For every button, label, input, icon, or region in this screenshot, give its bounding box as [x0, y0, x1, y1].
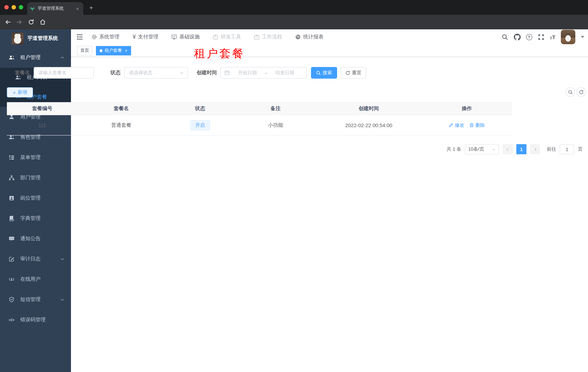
tree-list-icon — [9, 155, 14, 160]
top-menu-label: 研发工具 — [221, 34, 241, 40]
edit-pencil-icon — [449, 123, 453, 128]
cell-actions: 修改 删除 — [422, 122, 512, 128]
reload-icon[interactable] — [28, 19, 34, 25]
sidebar: 芋道管理系统 租户管理 租户列表 — [0, 29, 71, 372]
search-button[interactable]: 搜索 — [311, 67, 337, 79]
navbar-right-tools: ? TT — [501, 29, 584, 44]
tab-close-icon[interactable]: × — [74, 6, 80, 11]
sidebar-item-sms-management[interactable]: 短信管理 — [0, 289, 71, 310]
sidebar-item-tenant-management[interactable]: 租户管理 — [0, 47, 71, 68]
sidebar-item-label: 审计日志 — [20, 256, 41, 262]
users-icon — [9, 55, 14, 61]
current-page-button[interactable]: 1 — [516, 144, 526, 154]
top-menu-system[interactable]: 系统管理 — [91, 34, 119, 40]
table-row[interactable]: 111 普通套餐 开启 小功能 2022-02-22 00:54:00 修改 — [7, 115, 512, 136]
search-icon[interactable] — [501, 33, 508, 40]
home-icon[interactable] — [40, 19, 46, 25]
sidebar-item-post-management[interactable]: 岗位管理 — [0, 188, 71, 208]
avatar-caret-icon[interactable] — [581, 36, 584, 38]
refresh-icon — [579, 90, 583, 94]
top-menu-dev-tools[interactable]: 研发工具 — [213, 34, 241, 40]
new-tab-button[interactable]: + — [87, 4, 95, 11]
reset-button[interactable]: 重置 — [341, 67, 366, 79]
sidebar-item-audit-log[interactable]: 审计日志 — [0, 249, 71, 269]
sidebar-item-error-code[interactable]: </> 错误码管理 — [0, 310, 71, 330]
chevron-down-icon — [492, 147, 496, 151]
sidebar-item-label: 短信管理 — [20, 296, 41, 303]
dictionary-icon — [9, 215, 14, 221]
table-refresh-button[interactable] — [577, 87, 586, 97]
calendar-icon — [224, 70, 230, 75]
sidebar-item-label: 租户管理 — [20, 54, 41, 61]
sidebar-item-label: 部门管理 — [20, 175, 41, 181]
sidebar-item-dict-management[interactable]: 字典管理 — [0, 208, 71, 229]
github-icon[interactable] — [514, 33, 520, 40]
sidebar-item-label: 岗位管理 — [20, 195, 41, 202]
sidebar-item-dept-management[interactable]: 部门管理 — [0, 168, 71, 188]
fullscreen-icon[interactable] — [537, 33, 544, 40]
tag-tenant-package[interactable]: 租户套餐 × — [96, 46, 131, 55]
app-root: 芋道管理系统 租户管理 租户列表 — [0, 29, 588, 372]
col-header-name: 套餐名 — [78, 106, 165, 112]
user-avatar[interactable] — [561, 30, 575, 44]
top-menu-infrastructure[interactable]: 基础设施 — [171, 34, 200, 40]
top-menu-label: 基础设施 — [179, 34, 200, 40]
code-icon: </> — [9, 317, 14, 323]
col-header-id: 套餐编号 — [7, 106, 78, 112]
macos-zoom-button[interactable] — [19, 5, 23, 10]
chevron-down-icon — [60, 257, 64, 261]
sidebar-item-online-users[interactable]: 在线用户 — [0, 269, 71, 289]
prev-page-button[interactable] — [503, 144, 513, 154]
tags-view-bar: 首页 租户套餐 × — [71, 44, 588, 57]
date-range-picker[interactable]: 开始日期 - 结束日期 — [220, 67, 307, 79]
text-size-icon[interactable]: TT — [550, 34, 556, 40]
tag-home[interactable]: 首页 — [77, 46, 92, 55]
app-logo-rabbit — [11, 32, 23, 44]
browser-tab[interactable]: 芋道管理系统 × — [27, 2, 83, 15]
table-header-row: 套餐编号 套餐名 状态 备注 创建时间 操作 — [7, 102, 512, 115]
table-search-toggle-button[interactable] — [566, 87, 575, 97]
macos-close-button[interactable] — [4, 5, 9, 10]
delete-link[interactable]: 删除 — [469, 122, 485, 128]
top-menu-workflow[interactable]: 工作流程 — [254, 34, 282, 40]
top-menu-payment[interactable]: ¥ 支付管理 — [133, 33, 158, 41]
sidebar-fold-icon[interactable] — [76, 33, 83, 41]
search-icon — [316, 70, 321, 75]
browser-toolbar: 127.0.0.1:48080/admin-ui/system/tenant/p… — [0, 15, 588, 29]
back-icon[interactable] — [5, 19, 11, 25]
status-select[interactable]: 请选择状态 — [124, 67, 188, 79]
refresh-icon — [346, 70, 350, 75]
sidebar-item-menu-management[interactable]: 菜单管理 — [0, 148, 71, 168]
page-unit-label: 页 — [578, 146, 583, 152]
forward-icon[interactable] — [16, 19, 22, 25]
page-size-select[interactable]: 10条/页 — [465, 144, 499, 154]
shield-check-icon — [9, 297, 14, 302]
badge-icon — [9, 195, 14, 201]
add-button[interactable]: + 新增 — [7, 87, 33, 97]
sidebar-item-notice[interactable]: 通知公告 — [0, 229, 71, 249]
tag-close-icon[interactable]: × — [125, 48, 127, 53]
date-start-placeholder[interactable]: 开始日期 — [230, 70, 265, 76]
next-page-button[interactable] — [530, 144, 540, 154]
edit-link[interactable]: 修改 — [449, 122, 464, 128]
top-menu-reports[interactable]: 统计报表 — [295, 34, 324, 40]
top-menu-label: 支付管理 — [138, 34, 158, 40]
top-menu-label: 工作流程 — [262, 34, 282, 40]
date-end-placeholder[interactable]: 结束日期 — [267, 70, 303, 76]
help-icon[interactable]: ? — [526, 34, 532, 40]
chevron-down-icon — [179, 71, 184, 75]
package-table: 套餐编号 套餐名 状态 备注 创建时间 操作 111 普通套餐 开启 小功能 2… — [7, 102, 512, 136]
sidebar-logo-row[interactable]: 芋道管理系统 — [0, 29, 71, 47]
briefcase-icon — [213, 34, 219, 40]
sidebar-item-label: 字典管理 — [20, 215, 41, 222]
goto-page-input[interactable]: 1 — [560, 144, 574, 154]
macos-minimize-button[interactable] — [11, 5, 16, 10]
chevron-up-icon — [60, 55, 64, 60]
package-name-input[interactable]: 请输入套餐名 — [34, 67, 94, 79]
goto-label: 前往 — [547, 146, 556, 152]
log-edit-icon — [9, 256, 14, 262]
pagination-total: 共 1 条 — [447, 146, 461, 152]
browser-window: 芋道管理系统 × + 127.0.0.1:48080/admin-ui/syst… — [0, 0, 588, 372]
col-header-status: 状态 — [165, 106, 235, 112]
app-navbar: 系统管理 ¥ 支付管理 基础设施 — [71, 29, 588, 44]
